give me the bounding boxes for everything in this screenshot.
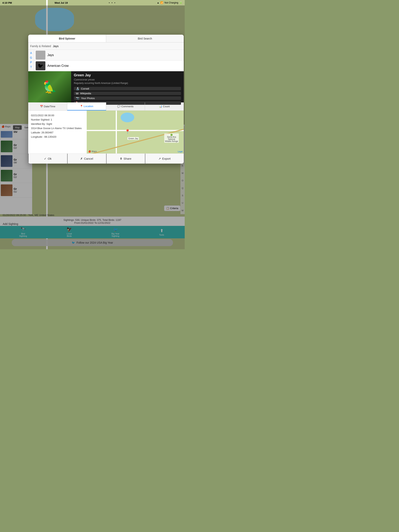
american-crow-name: American Crow [47, 64, 69, 68]
modal-content-area: A G P T Jays American Crow [28, 50, 184, 71]
tab-bird-search[interactable]: Bird Search [106, 35, 184, 42]
location-map[interactable]: 📍 Green Jay 🟢 Santa AnaNationalWildlife … [87, 111, 184, 153]
share-icon: ⬆ [120, 157, 122, 160]
alpha-letter-p[interactable]: P [28, 60, 34, 64]
export-icon: ↗ [158, 157, 161, 160]
location-pin-label: Green Jay [127, 137, 139, 140]
location-address: 3314 Blue Goose Ln Alamo TX United State… [31, 126, 84, 130]
nav-location-label: Location [84, 105, 93, 108]
share-button[interactable]: ⬆ Share [106, 154, 145, 164]
camera-icon: 📷 [76, 96, 79, 100]
jays-thumbnail [36, 51, 45, 60]
family-label: Family & Related [30, 44, 51, 48]
location-number-sighted: Number Sighted: 1 [31, 118, 84, 122]
nav-count-label: Count [163, 105, 170, 108]
location-datetime: 02/21/2022 08:30:00 [31, 113, 84, 118]
apple-maps-icon: 🍎 [88, 150, 91, 152]
bird-list-item-jays[interactable]: Jays [34, 50, 184, 61]
cornell-button[interactable]: 🔬 Cornell [74, 87, 181, 90]
export-label: Export [162, 157, 170, 160]
alpha-letter-a[interactable]: A [28, 51, 34, 55]
status-bar: 4:10 PM Wed Jul 19 • • • ▲ 📶 Not Chargin… [0, 0, 185, 6]
ok-icon: ✓ [44, 157, 46, 160]
nav-datetime[interactable]: 📅 Date/Time [28, 102, 67, 110]
family-row: Family & Related Jays [28, 43, 184, 50]
signal-icon: ▲ [157, 1, 159, 4]
santa-ana-icon: 🟢 [170, 134, 173, 136]
bird-common-name: Green Jay [74, 73, 181, 77]
loc-legal-link[interactable]: Legal [178, 151, 183, 153]
battery-icon: 🔋 [180, 1, 182, 4]
bird-detail-panel: 🦜 Green Jay Cyanocorax yncas Regularly o… [28, 71, 184, 102]
modal-overlay: Bird Spinner Bird Search Family & Relate… [0, 6, 185, 249]
wifi-icon: 📶 [160, 1, 163, 4]
nav-location[interactable]: 📍 Location [67, 102, 106, 110]
alpha-letter-t[interactable]: T [28, 65, 34, 69]
detail-nav-tabs: 📅 Date/Time 📍 Location 💬 Comments 📊 Coun… [28, 102, 184, 111]
cancel-icon: ✗ [80, 157, 83, 160]
share-label: Share [123, 157, 131, 160]
wikipedia-button[interactable]: W Wikipedia [74, 92, 181, 95]
american-crow-thumbnail [36, 61, 45, 70]
status-day: Wed Jul 19 [55, 1, 68, 4]
bird-list-item-american-crow[interactable]: American Crow [34, 61, 184, 71]
bird-detail-image: 🦜 [28, 71, 71, 102]
export-button[interactable]: ↗ Export [145, 154, 184, 164]
location-text-panel: 02/21/2022 08:30:00 Number Sighted: 1 Id… [28, 111, 87, 153]
status-icons: ▲ 📶 Not Charging 🔋 [157, 1, 182, 4]
cancel-label: Cancel [84, 157, 93, 160]
bird-detail-info: Green Jay Cyanocorax yncas Regularly occ… [71, 71, 184, 102]
wikipedia-icon: W [76, 92, 78, 95]
status-time: 4:10 PM [2, 1, 12, 4]
loc-water-body [121, 113, 134, 122]
nav-datetime-label: Date/Time [44, 105, 55, 108]
comment-icon: 💬 [117, 105, 120, 108]
alpha-letter-g[interactable]: G [28, 56, 34, 60]
cancel-button[interactable]: ✗ Cancel [67, 154, 106, 164]
ok-label: Ok [48, 157, 51, 160]
nav-count[interactable]: 📊 Count [145, 102, 184, 110]
calendar-icon: 📅 [40, 105, 43, 108]
battery-status: Not Charging [164, 1, 178, 4]
location-panel: 02/21/2022 08:30:00 Number Sighted: 1 Id… [28, 111, 184, 153]
location-pin-icon: 📍 [125, 129, 130, 134]
tab-bird-spinner[interactable]: Bird Spinner [28, 35, 106, 42]
wikipedia-label: Wikipedia [80, 92, 91, 95]
nav-comments[interactable]: 💬 Comments [106, 102, 145, 110]
modal-alpha-sidebar: A G P T [28, 50, 34, 71]
bird-list: Jays American Crow [34, 50, 184, 71]
action-row: ✓ Ok ✗ Cancel ⬆ Share ↗ Export [28, 153, 184, 164]
loc-road-horizontal [87, 130, 184, 131]
your-photos-label: Your Photos [81, 97, 95, 100]
pin-icon: 📍 [80, 105, 83, 108]
jays-name: Jays [47, 53, 54, 57]
your-photos-button[interactable]: 📷 Your Photos [74, 96, 181, 100]
status-dots: • • • [109, 1, 116, 4]
bird-range: Regularly occurring North American (Limi… [74, 82, 181, 84]
modal-tab-bar: Bird Spinner Bird Search [28, 35, 184, 43]
santa-ana-label: 🟢 Santa AnaNationalWildlife Refuge [164, 133, 179, 143]
cornell-label: Cornell [81, 87, 89, 90]
count-icon: 📊 [159, 105, 162, 108]
ok-button[interactable]: ✓ Ok [28, 154, 67, 164]
family-value: Jays [53, 44, 59, 48]
cornell-icon: 🔬 [76, 87, 79, 90]
bird-modal: Bird Spinner Bird Search Family & Relate… [28, 35, 184, 164]
nav-comments-label: Comments [121, 105, 134, 108]
location-latitude: Latitude: 26.083487 [31, 130, 84, 135]
bird-sci-name: Cyanocorax yncas [74, 78, 181, 81]
location-identified-by: Identified By: Sight [31, 122, 84, 126]
loc-maps-label: 🍎 Maps [88, 150, 97, 153]
location-longitude: Longitude: -98.135420 [31, 135, 84, 139]
